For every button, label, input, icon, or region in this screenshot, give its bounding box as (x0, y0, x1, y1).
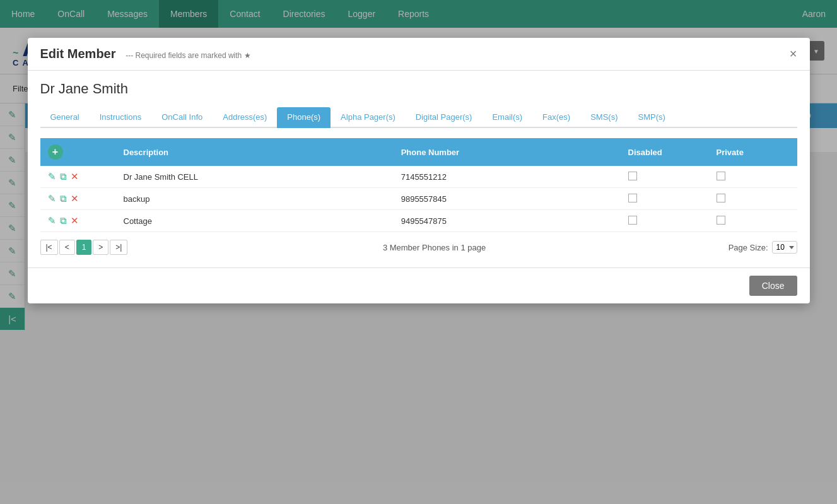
phone-2-private (709, 188, 797, 210)
phone-3-description: Cottage (116, 210, 394, 232)
pagination: |< < 1 > >| 3 Member Phones in 1 page Pa… (40, 240, 797, 255)
tab-faxes[interactable]: Fax(es) (532, 107, 580, 128)
phone-row-2: ✎ ⧉ ✕ backup 9895557845 (40, 188, 797, 210)
modal-title-group: Edit Member --- Required fields are mark… (40, 47, 251, 61)
modal-footer: Close (28, 267, 810, 303)
modal-body: Dr Jane Smith General Instructions OnCal… (28, 71, 810, 267)
phone-3-copy-icon[interactable]: ⧉ (60, 215, 67, 226)
phone-2-private-checkbox[interactable] (717, 194, 725, 202)
phone-3-disabled-checkbox[interactable] (628, 216, 637, 225)
phone-2-number: 9895557845 (394, 188, 621, 210)
phone-row-1-actions: ✎ ⧉ ✕ (40, 166, 116, 188)
modal-title: Edit Member (40, 47, 116, 61)
tab-instructions[interactable]: Instructions (90, 107, 151, 128)
page-current-btn[interactable]: 1 (76, 240, 92, 255)
phone-2-action-icons: ✎ ⧉ ✕ (48, 193, 108, 204)
phone-1-delete-icon[interactable]: ✕ (71, 171, 79, 182)
page-prev-btn[interactable]: < (59, 240, 75, 255)
phone-1-private (709, 166, 797, 188)
phone-1-copy-icon[interactable]: ⧉ (60, 171, 67, 182)
modal-overlay: Edit Member --- Required fields are mark… (0, 0, 837, 331)
tab-phones[interactable]: Phone(s) (277, 107, 331, 128)
phone-row-1: ✎ ⧉ ✕ Dr Jane Smith CELL 7145551212 (40, 166, 797, 188)
phone-row-2-actions: ✎ ⧉ ✕ (40, 188, 116, 210)
phone-col-description: Description (116, 138, 394, 166)
phone-3-disabled (621, 210, 709, 232)
phone-3-delete-icon[interactable]: ✕ (71, 215, 79, 226)
phone-col-disabled: Disabled (621, 138, 709, 166)
phone-col-actions: + (40, 138, 116, 166)
pagination-info: 3 Member Phones in 1 page (141, 243, 727, 252)
phone-col-private: Private (709, 138, 797, 166)
phone-2-edit-icon[interactable]: ✎ (48, 193, 56, 204)
phone-2-delete-icon[interactable]: ✕ (71, 193, 79, 204)
page-last-btn[interactable]: >| (110, 240, 127, 255)
phone-table-body: ✎ ⧉ ✕ Dr Jane Smith CELL 7145551212 (40, 166, 797, 232)
phone-table-header: + Description Phone Number Disabled Priv… (40, 138, 797, 166)
tab-digital-pager[interactable]: Digital Pager(s) (406, 107, 483, 128)
close-modal-button[interactable]: Close (749, 276, 797, 296)
modal-subtitle: --- Required fields are marked with ★ (126, 51, 250, 60)
phone-col-number: Phone Number (394, 138, 621, 166)
tab-oncall-info[interactable]: OnCall Info (151, 107, 213, 128)
page-size-group: Page Size: 10 (729, 241, 797, 254)
phone-3-private-checkbox[interactable] (717, 216, 725, 225)
phone-2-disabled-checkbox[interactable] (628, 194, 637, 202)
tab-general[interactable]: General (40, 107, 90, 128)
page-size-select[interactable]: 10 (772, 241, 797, 254)
tab-alpha-pager[interactable]: Alpha Pager(s) (331, 107, 406, 128)
modal-tabs: General Instructions OnCall Info Address… (40, 107, 797, 128)
page-first-btn[interactable]: |< (40, 240, 58, 255)
modal-header: Edit Member --- Required fields are mark… (28, 38, 810, 71)
phone-2-description: backup (116, 188, 394, 210)
phone-1-disabled (621, 166, 709, 188)
phone-3-edit-icon[interactable]: ✎ (48, 215, 56, 226)
add-phone-icon[interactable]: + (48, 144, 63, 160)
phone-1-description: Dr Jane Smith CELL (116, 166, 394, 188)
phone-3-action-icons: ✎ ⧉ ✕ (48, 215, 108, 226)
phone-table: + Description Phone Number Disabled Priv… (40, 138, 797, 232)
tab-smp[interactable]: SMP(s) (628, 107, 676, 128)
phone-2-disabled (621, 188, 709, 210)
tab-sms[interactable]: SMS(s) (580, 107, 628, 128)
phone-1-disabled-checkbox[interactable] (628, 172, 637, 180)
phone-2-copy-icon[interactable]: ⧉ (60, 193, 67, 204)
tab-addresses[interactable]: Address(es) (213, 107, 277, 128)
phone-row-3-actions: ✎ ⧉ ✕ (40, 210, 116, 232)
modal-close-button[interactable]: × (790, 47, 797, 61)
phone-1-edit-icon[interactable]: ✎ (48, 171, 56, 182)
tab-emails[interactable]: Email(s) (482, 107, 532, 128)
phone-1-number: 7145551212 (394, 166, 621, 188)
modal-member-name: Dr Jane Smith (40, 81, 797, 97)
phone-3-number: 9495547875 (394, 210, 621, 232)
edit-member-modal: Edit Member --- Required fields are mark… (28, 38, 810, 303)
phone-row-3: ✎ ⧉ ✕ Cottage 9495547875 (40, 210, 797, 232)
page-size-label: Page Size: (729, 243, 768, 252)
phone-3-private (709, 210, 797, 232)
phone-1-action-icons: ✎ ⧉ ✕ (48, 171, 108, 182)
page-next-btn[interactable]: > (93, 240, 108, 255)
phone-1-private-checkbox[interactable] (717, 172, 725, 180)
